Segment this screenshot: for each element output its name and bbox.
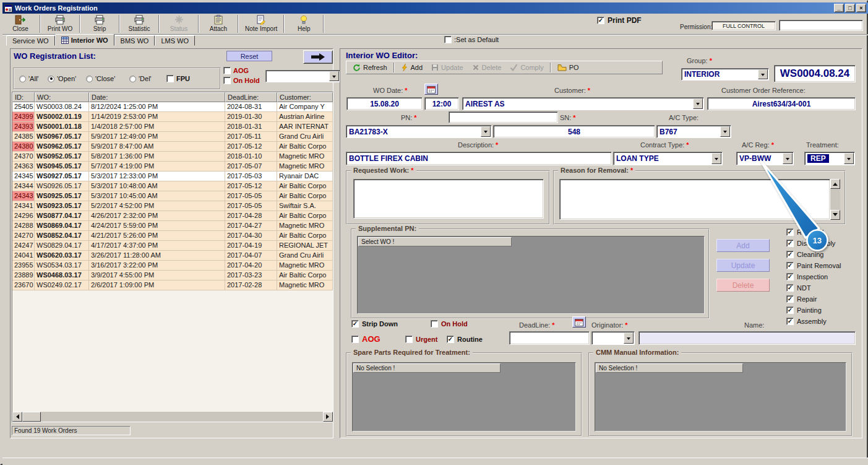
minimize-button[interactable]: _	[834, 4, 844, 12]
radio-all[interactable]: 'All'	[19, 75, 38, 82]
deadline-calendar-button[interactable]	[572, 316, 586, 328]
editor-toolbar-button-po[interactable]: PO	[553, 63, 583, 72]
chevron-down-icon[interactable]	[758, 69, 768, 79]
aog-filter-checkbox[interactable]: AOG	[223, 67, 249, 74]
toolbar-button-note-import[interactable]: Note Import	[240, 14, 282, 34]
checkbox-cleaning[interactable]: ✓Cleaning	[786, 251, 823, 258]
table-row[interactable]: 23889WS0468.03.173/9/2017 4:55:00 PM2017…	[12, 271, 333, 280]
ac-type-combo[interactable]: B767	[656, 125, 731, 138]
delete-button[interactable]: Delete	[716, 279, 770, 292]
toolbar-button-attach[interactable]: Attach	[200, 14, 236, 34]
editor-toolbar-button-update[interactable]: Update	[427, 63, 467, 72]
group-combo[interactable]: INTERIOR	[681, 68, 769, 80]
table-row[interactable]: 24270WS0852.04.174/21/2017 5:26:00 PM201…	[12, 231, 333, 241]
toolbar-button-strip[interactable]: Strip	[82, 14, 118, 34]
customer-combo[interactable]: AIREST AS	[462, 97, 704, 110]
table-row[interactable]: 24288WS0869.04.174/24/2017 5:59:00 PM201…	[12, 221, 333, 231]
chevron-down-icon[interactable]	[329, 71, 339, 81]
table-row[interactable]: 24341WS0923.05.175/2/2017 4:52:00 PM2017…	[12, 201, 333, 211]
radio-open[interactable]: 'Open'	[48, 75, 76, 82]
chevron-down-icon[interactable]	[844, 153, 854, 164]
editor-toolbar-button-delete[interactable]: Delete	[468, 63, 506, 72]
go-arrow-button[interactable]	[303, 50, 333, 64]
table-row[interactable]: 23955WS0534.03.173/16/2017 3:22:00 PM201…	[12, 261, 333, 271]
print-pdf-checkbox[interactable]: ✓ Print PDF	[597, 16, 642, 25]
column-header-wo[interactable]: WO:	[35, 92, 89, 102]
tab-bms-wo[interactable]: BMS WO	[114, 35, 155, 46]
tab-service-wo[interactable]: Service WO	[6, 35, 55, 46]
column-header-customer[interactable]: Customer:	[277, 92, 333, 102]
deadline-input[interactable]	[509, 331, 590, 345]
editor-toolbar-button-add[interactable]: Add	[397, 63, 428, 72]
checkbox-assembly[interactable]: ✓Assembly	[786, 318, 827, 325]
routine-checkbox[interactable]: ✓ Routine	[447, 336, 483, 343]
chevron-down-icon[interactable]	[481, 126, 491, 137]
checkbox-painting[interactable]: ✓Painting	[786, 306, 822, 314]
pn-extra-input[interactable]	[449, 111, 558, 123]
add-button[interactable]: Add	[716, 239, 770, 252]
urgent-checkbox[interactable]: Urgent	[405, 336, 437, 343]
aog-checkbox[interactable]: AOG	[351, 334, 380, 344]
radio-del[interactable]: 'Del'	[129, 75, 152, 82]
update-button[interactable]: Update	[716, 259, 770, 272]
checkbox-repair[interactable]: ✓Repair	[786, 295, 817, 303]
strip-down-box[interactable]: ✓	[351, 320, 359, 328]
on-hold-checkbox[interactable]: On Hold	[431, 320, 468, 328]
set-as-default-checkbox[interactable]: :Set as Default	[444, 36, 499, 43]
customer-order-reference-field[interactable]: Airest634/34-001	[707, 97, 856, 110]
maximize-button[interactable]: □	[845, 4, 855, 12]
name-field[interactable]	[638, 331, 856, 345]
on-hold-filter-box[interactable]	[223, 77, 231, 84]
editor-toolbar-button-refresh[interactable]: Refresh	[348, 63, 392, 72]
vertical-scrollbar[interactable]	[830, 179, 840, 220]
scroll-left-button[interactable]	[12, 412, 22, 422]
chevron-down-icon[interactable]	[693, 98, 703, 109]
chevron-down-icon[interactable]	[783, 153, 793, 164]
toolbar-button-status[interactable]: Status	[161, 14, 197, 34]
contract-type-combo[interactable]: LOAN TYPE	[613, 152, 723, 165]
print-pdf-checkbox-box[interactable]: ✓	[597, 17, 604, 24]
wo-time-field[interactable]: 12:00	[424, 97, 459, 110]
table-row[interactable]: 24393WS0001.01.181/4/2018 2:57:00 PM2018…	[12, 122, 333, 132]
cmm-no-selection[interactable]: No Selection !	[596, 363, 743, 373]
aog-box[interactable]	[351, 336, 359, 343]
description-field[interactable]: BOTTLE FIREX CABIN	[346, 152, 612, 165]
supplemental-pn-list[interactable]	[357, 236, 705, 314]
column-header-deadline[interactable]: DeadLine:	[225, 92, 277, 102]
filter-combo[interactable]	[265, 70, 340, 82]
reason-removal-textarea[interactable]	[559, 179, 830, 220]
checkbox-ndt[interactable]: ✓NDT	[786, 284, 811, 292]
table-row[interactable]: 24363WS0945.05.175/7/2017 4:19:00 PM2017…	[12, 162, 333, 172]
close-window-button[interactable]: ×	[856, 4, 866, 12]
on-hold-box[interactable]	[431, 320, 438, 328]
table-row[interactable]: 25405WS0003.08.248/12/2024 1:25:00 PM202…	[12, 102, 333, 112]
originator-combo[interactable]	[591, 331, 635, 345]
checkbox-paint-removal[interactable]: ✓Paint Removal	[786, 262, 841, 269]
routine-box[interactable]: ✓	[447, 336, 454, 343]
scroll-down-button[interactable]	[830, 210, 840, 220]
wo-date-field[interactable]: 15.08.20	[346, 97, 423, 110]
toolbar-button-statistic[interactable]: Statistic	[121, 14, 157, 34]
scrollbar-thumb[interactable]	[22, 412, 41, 422]
toolbar-button-close[interactable]: Close	[2, 14, 38, 34]
column-header-id[interactable]: ID:	[12, 92, 35, 102]
select-wo-header[interactable]: Select WO !	[358, 237, 512, 246]
table-row[interactable]: 24344WS0926.05.175/3/2017 10:48:00 AM201…	[12, 181, 333, 191]
urgent-box[interactable]	[405, 336, 413, 343]
on-hold-filter-checkbox[interactable]: On Hold	[223, 77, 260, 84]
sn-field[interactable]: 548	[493, 125, 655, 138]
fpu-checkbox[interactable]: FPU	[166, 75, 190, 82]
aog-filter-box[interactable]	[223, 67, 231, 74]
horizontal-scrollbar[interactable]	[12, 412, 333, 422]
table-row[interactable]: 24345WS0927.05.175/3/2017 12:33:00 PM201…	[12, 172, 333, 181]
chevron-down-icon[interactable]	[624, 332, 634, 344]
table-row[interactable]: 24296WS0877.04.174/26/2017 2:32:00 PM201…	[12, 211, 333, 221]
tab-lms-wo[interactable]: LMS WO	[155, 35, 195, 46]
table-row[interactable]: 24343WS0925.05.175/3/2017 10:45:00 AM201…	[12, 191, 333, 201]
pn-combo[interactable]: BA21783-X	[346, 125, 492, 138]
toolbar-button-help[interactable]: Help	[286, 14, 322, 34]
table-row[interactable]: 24041WS0620.03.173/26/2017 11:28:00 AM20…	[12, 251, 333, 261]
radio-close[interactable]: 'Close'	[86, 75, 115, 82]
calendar-button[interactable]	[424, 84, 438, 95]
reset-button[interactable]: Reset	[226, 51, 272, 61]
